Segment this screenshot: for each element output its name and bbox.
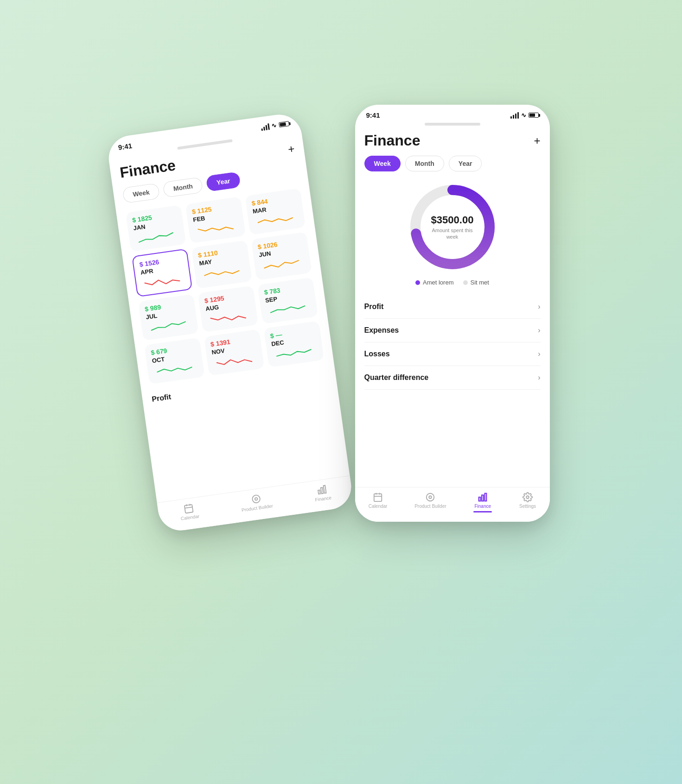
svg-rect-8: [323, 486, 326, 493]
month-card-sep[interactable]: $ 783 SEP: [257, 277, 318, 324]
tab-year-right[interactable]: Year: [449, 156, 482, 171]
sparkline-nov: [212, 353, 258, 370]
wifi-icon-right: ∿: [521, 112, 526, 119]
month-card-jul[interactable]: $ 989 JUL: [138, 294, 198, 341]
svg-line-3: [185, 507, 192, 508]
nav-calendar-left[interactable]: Calendar: [178, 502, 199, 521]
month-card-mar[interactable]: $ 844 MAR: [245, 188, 306, 235]
finance-icon-left: [316, 484, 328, 495]
finance-item-profit[interactable]: Profit ›: [364, 295, 541, 319]
chevron-right-quarter: ›: [538, 373, 540, 382]
finance-label-profit: Profit: [364, 303, 384, 311]
signal-icon-right: [510, 112, 519, 119]
sparkline-oct: [153, 361, 198, 378]
tab-week-right[interactable]: Week: [364, 156, 401, 171]
finance-icon-right: [478, 492, 488, 502]
sparkline-apr: [141, 273, 185, 290]
month-card-dec[interactable]: $ — DEC: [263, 321, 324, 367]
nav-label-calendar-left: Calendar: [180, 513, 200, 521]
svg-point-5: [254, 498, 257, 500]
tab-selector-right: Week Month Year: [364, 156, 541, 171]
donut-chart-container: $3500.00 Amount spent this week Amet lor…: [364, 181, 541, 286]
legend-label-sit: Sit met: [471, 279, 489, 286]
sparkline-jun: [260, 255, 305, 272]
donut-center: $3500.00 Amount spent this week: [429, 214, 476, 240]
sparkline-jul: [147, 317, 192, 335]
legend-label-amet: Amet lorem: [423, 279, 453, 286]
product-icon-left: [250, 493, 261, 505]
month-card-aug[interactable]: $ 1295 AUG: [198, 285, 258, 332]
sparkline-dec: [272, 344, 318, 361]
finance-item-quarter[interactable]: Quarter difference ›: [364, 366, 541, 390]
nav-label-calendar-right: Calendar: [369, 504, 388, 509]
nav-finance-right[interactable]: Finance: [473, 492, 492, 512]
month-grid: $ 1825 JAN $ 1125 FEB $ 844: [125, 188, 324, 384]
nav-label-finance-right: Finance: [474, 504, 491, 509]
svg-rect-18: [482, 495, 484, 501]
nav-label-finance-left: Finance: [314, 495, 331, 502]
app-title-left: Finance: [119, 157, 177, 181]
month-card-nov[interactable]: $ 1391 NOV: [204, 329, 264, 376]
donut-amount: $3500.00: [429, 214, 476, 226]
nav-label-product-left: Product Builder: [241, 503, 273, 512]
app-header-right: Finance +: [364, 127, 541, 156]
calendar-icon-left: [183, 503, 194, 514]
chevron-right-profit: ›: [538, 303, 540, 311]
sparkline-mar: [254, 211, 299, 228]
donut-legend: Amet lorem Sit met: [415, 279, 489, 286]
left-phone-content: Finance + Week Month Year $ 1825 JAN: [109, 134, 337, 409]
nav-settings-right[interactable]: Settings: [519, 492, 536, 512]
month-card-jun[interactable]: $ 1026 JUN: [251, 232, 312, 280]
svg-rect-11: [374, 494, 382, 502]
svg-rect-0: [184, 505, 193, 513]
status-icons-left: ∿: [261, 120, 289, 131]
nav-finance-left[interactable]: Finance: [313, 484, 331, 503]
month-card-feb[interactable]: $ 1125 FEB: [185, 196, 246, 243]
finance-label-expenses: Expenses: [364, 326, 399, 335]
svg-point-15: [427, 493, 434, 501]
svg-point-4: [251, 495, 260, 504]
nav-product-right[interactable]: Product Builder: [414, 492, 446, 512]
battery-icon: [278, 121, 289, 127]
chevron-right-losses: ›: [538, 350, 540, 358]
month-card-jan[interactable]: $ 1825 JAN: [125, 205, 186, 252]
donut-chart: $3500.00 Amount spent this week: [406, 181, 499, 273]
svg-rect-17: [479, 497, 481, 501]
wifi-icon: ∿: [271, 122, 277, 129]
donut-label: Amount spent this week: [429, 227, 476, 240]
calendar-icon-right: [373, 492, 383, 502]
finance-item-expenses[interactable]: Expenses ›: [364, 319, 541, 342]
phone-left: 9:41 ∿ Fin: [106, 112, 354, 533]
sparkline-sep: [266, 300, 312, 317]
svg-rect-19: [485, 493, 487, 501]
finance-item-losses[interactable]: Losses ›: [364, 342, 541, 366]
legend-dot-gray: [463, 280, 468, 285]
app-title-right: Finance: [364, 132, 421, 149]
svg-rect-7: [320, 487, 323, 493]
month-card-may[interactable]: $ 1110 MAY: [191, 240, 252, 289]
sparkline-aug: [206, 309, 252, 326]
svg-line-1: [190, 504, 190, 506]
status-bar-right: 9:41 ∿: [355, 105, 550, 123]
svg-rect-6: [318, 490, 320, 494]
bottom-nav-right: Calendar Product Builder Finance: [355, 487, 550, 522]
add-button-left[interactable]: +: [287, 142, 295, 156]
product-icon-right: [425, 492, 435, 502]
time-left: 9:41: [117, 142, 132, 152]
settings-icon-right: [523, 492, 533, 502]
legend-amet: Amet lorem: [415, 279, 453, 286]
svg-point-20: [526, 496, 529, 499]
nav-calendar-right[interactable]: Calendar: [369, 492, 388, 512]
legend-dot-purple: [415, 280, 420, 285]
phone-right: 9:41 ∿ Finance +: [355, 105, 550, 522]
time-right: 9:41: [366, 111, 380, 119]
month-card-oct[interactable]: $ 679 OCT: [144, 338, 205, 385]
svg-point-16: [429, 496, 432, 499]
bottom-nav-left: Calendar Product Builder Finance: [157, 475, 354, 533]
nav-product-left[interactable]: Product Builder: [239, 492, 273, 512]
finance-label-losses: Losses: [364, 350, 390, 358]
tab-month-right[interactable]: Month: [405, 156, 444, 171]
add-button-right[interactable]: +: [534, 134, 540, 147]
month-card-apr[interactable]: $ 1526 APR: [132, 248, 192, 297]
right-phone-content: Finance + Week Month Year: [355, 127, 550, 390]
